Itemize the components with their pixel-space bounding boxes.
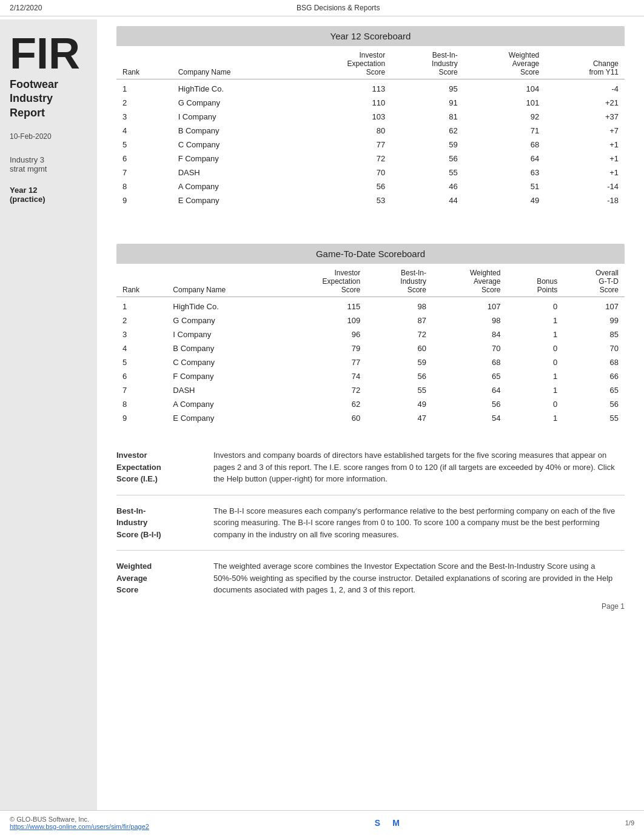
change-cell: +1 <box>545 138 625 152</box>
def-desc: The weighted average score combines the … <box>213 560 625 596</box>
best-in-cell: 55 <box>366 383 432 397</box>
divider <box>116 495 625 495</box>
gtd-col-bonus: BonusPoints <box>506 264 563 297</box>
bonus-cell: 0 <box>506 397 563 411</box>
change-cell: +21 <box>545 96 625 110</box>
investor-cell: 115 <box>280 297 367 314</box>
table-row: 1 HighTide Co. 113 95 104 -4 <box>116 79 625 96</box>
best-in-cell: 59 <box>391 138 464 152</box>
footer-url[interactable]: https://www.bsg-online.com/users/sim/fir… <box>10 823 149 830</box>
def-term: InvestorExpectationScore (I.E.) <box>116 449 201 485</box>
investor-cell: 113 <box>295 79 391 96</box>
table-row: 3 I Company 96 72 84 1 85 <box>116 327 625 341</box>
nav-s[interactable]: S <box>375 818 380 828</box>
investor-cell: 79 <box>280 341 367 355</box>
company-cell: A Company <box>167 397 279 411</box>
bonus-cell: 1 <box>506 314 563 327</box>
sidebar: FIR Footwear Industry Report 10-Feb-2020… <box>0 19 97 811</box>
best-in-cell: 62 <box>391 124 464 138</box>
company-cell: E Company <box>167 411 279 425</box>
footer-left: © GLO-BUS Software, Inc. https://www.bsg… <box>10 816 149 830</box>
def-desc: The B-I-I score measures each company's … <box>213 505 625 541</box>
table-row: 7 DASH 70 55 63 +1 <box>116 166 625 179</box>
top-bar-date: 2/12/2020 <box>10 4 42 12</box>
investor-cell: 80 <box>295 124 391 138</box>
gtd-col-company: Company Name <box>167 264 279 297</box>
rank-cell: 3 <box>116 110 172 124</box>
best-in-cell: 60 <box>366 341 432 355</box>
table-row: 9 E Company 60 47 54 1 55 <box>116 411 625 425</box>
rank-cell: 1 <box>116 79 172 96</box>
bonus-cell: 1 <box>506 383 563 397</box>
best-in-cell: 87 <box>366 314 432 327</box>
def-term: WeightedAverageScore <box>116 560 201 596</box>
investor-cell: 72 <box>280 383 367 397</box>
rank-cell: 9 <box>116 193 172 207</box>
sidebar-industry[interactable]: Industry 3strat mgmt <box>10 155 87 173</box>
sidebar-year12[interactable]: Year 12(practice) <box>10 186 87 204</box>
weighted-cell: 71 <box>464 124 546 138</box>
footer-center: S M <box>375 818 400 828</box>
table-row: 9 E Company 53 44 49 -18 <box>116 193 625 207</box>
investor-cell: 60 <box>280 411 367 425</box>
change-cell: -4 <box>545 79 625 96</box>
table-row: 5 C Company 77 59 68 0 68 <box>116 355 625 369</box>
overall-cell: 56 <box>563 397 625 411</box>
nav-m[interactable]: M <box>392 818 400 828</box>
rank-cell: 4 <box>116 124 172 138</box>
weighted-cell: 98 <box>432 314 506 327</box>
definitions-section: InvestorExpectationScore (I.E.)Investors… <box>116 449 625 596</box>
company-cell: B Company <box>172 124 296 138</box>
overall-cell: 55 <box>563 411 625 425</box>
best-in-cell: 98 <box>366 297 432 314</box>
company-cell: HighTide Co. <box>172 79 296 96</box>
sidebar-logo: FIR <box>10 32 87 75</box>
weighted-cell: 68 <box>464 138 546 152</box>
year12-table: Rank Company Name InvestorExpectationSco… <box>116 46 625 207</box>
company-cell: C Company <box>167 355 279 369</box>
company-cell: F Company <box>167 369 279 383</box>
rank-cell: 4 <box>116 341 167 355</box>
rank-cell: 2 <box>116 314 167 327</box>
company-cell: B Company <box>167 341 279 355</box>
weighted-cell: 68 <box>432 355 506 369</box>
investor-cell: 96 <box>280 327 367 341</box>
company-cell: I Company <box>167 327 279 341</box>
weighted-cell: 104 <box>464 79 546 96</box>
investor-cell: 74 <box>280 369 367 383</box>
weighted-cell: 84 <box>432 327 506 341</box>
weighted-cell: 54 <box>432 411 506 425</box>
bonus-cell: 1 <box>506 369 563 383</box>
investor-cell: 77 <box>280 355 367 369</box>
def-desc: Investors and company boards of director… <box>213 449 625 485</box>
col-investor: InvestorExpectationScore <box>295 46 391 79</box>
sidebar-date: 10-Feb-2020 <box>10 132 87 141</box>
investor-cell: 56 <box>295 179 391 193</box>
table-row: 8 A Company 62 49 56 0 56 <box>116 397 625 411</box>
rank-cell: 6 <box>116 369 167 383</box>
best-in-cell: 72 <box>366 327 432 341</box>
best-in-cell: 95 <box>391 79 464 96</box>
table-row: 8 A Company 56 46 51 -14 <box>116 179 625 193</box>
sidebar-title: Footwear Industry Report <box>10 78 87 120</box>
change-cell: -14 <box>545 179 625 193</box>
company-cell: G Company <box>172 96 296 110</box>
investor-cell: 72 <box>295 152 391 166</box>
gtd-col-investor: InvestorExpectationScore <box>280 264 367 297</box>
investor-cell: 110 <box>295 96 391 110</box>
col-best-in: Best-In-IndustryScore <box>391 46 464 79</box>
bonus-cell: 0 <box>506 341 563 355</box>
table-row: 1 HighTide Co. 115 98 107 0 107 <box>116 297 625 314</box>
best-in-cell: 91 <box>391 96 464 110</box>
change-cell: +7 <box>545 124 625 138</box>
overall-cell: 66 <box>563 369 625 383</box>
overall-cell: 107 <box>563 297 625 314</box>
investor-cell: 53 <box>295 193 391 207</box>
company-cell: HighTide Co. <box>167 297 279 314</box>
bonus-cell: 0 <box>506 355 563 369</box>
col-weighted: WeightedAverageScore <box>464 46 546 79</box>
col-rank: Rank <box>116 46 172 79</box>
rank-cell: 7 <box>116 166 172 179</box>
rank-cell: 1 <box>116 297 167 314</box>
weighted-cell: 64 <box>432 383 506 397</box>
